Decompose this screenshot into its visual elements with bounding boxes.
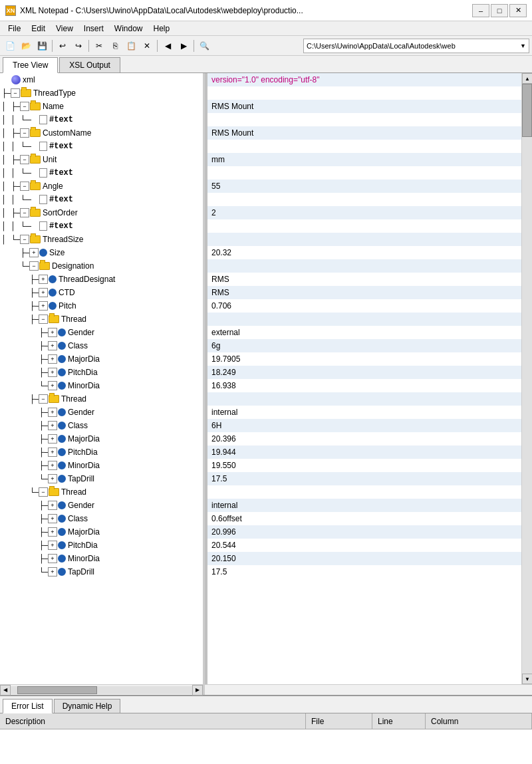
expand-btn[interactable]: + [48, 328, 57, 337]
path-combobox[interactable]: C:\Users\Uwino\AppData\Local\Autodesk\we… [303, 39, 529, 53]
tree-node-threadtype[interactable]: ├─ − ThreadType [0, 86, 203, 100]
expand-btn[interactable]: − [20, 208, 29, 217]
hscroll-thumb[interactable] [17, 686, 97, 694]
expand-btn[interactable]: − [20, 102, 29, 111]
value-row[interactable] [207, 259, 521, 273]
expand-btn[interactable]: + [39, 288, 48, 297]
value-row[interactable]: RMS [207, 273, 521, 286]
tab-dynamic-help[interactable]: Dynamic Help [54, 699, 121, 713]
value-row[interactable]: 6g [207, 339, 521, 352]
value-row[interactable]: 19.550 [207, 459, 521, 472]
tree-node-majordia2[interactable]: ├─ + MajorDia [0, 432, 203, 446]
tree-node-angle[interactable]: │ ├─ − Angle [0, 180, 203, 193]
tree-node-gender1[interactable]: ├─ + Gender [0, 326, 203, 339]
maximize-button[interactable]: □ [491, 4, 508, 17]
tree-node-pitchdia3[interactable]: ├─ + PitchDia [0, 539, 203, 552]
expand-btn[interactable]: + [48, 421, 57, 430]
value-row[interactable]: version="1.0" encoding="utf-8" [207, 73, 521, 86]
tree-node-name[interactable]: │ ├─ − Name [0, 100, 203, 113]
expand-btn[interactable]: − [20, 128, 29, 138]
menu-help[interactable]: Help [148, 23, 176, 35]
vertical-scrollbar[interactable]: ▲ ▼ [521, 73, 532, 684]
expand-btn[interactable]: + [48, 368, 57, 377]
expand-btn[interactable]: − [20, 182, 29, 191]
tree-node-sortorder[interactable]: │ ├─ − SortOrder [0, 206, 203, 219]
expand-btn[interactable]: − [11, 88, 20, 98]
tree-node-pitchdia2[interactable]: ├─ + PitchDia [0, 446, 203, 459]
expand-btn[interactable]: − [20, 235, 29, 244]
value-row[interactable]: 20.32 [207, 246, 521, 259]
menu-edit[interactable]: Edit [26, 23, 51, 35]
tree-node-text-unit[interactable]: │ │ └─ #text [0, 166, 203, 180]
value-row[interactable]: 0.6offset [207, 512, 521, 525]
scroll-track[interactable] [522, 84, 532, 674]
tree-node-text-sortorder[interactable]: │ │ └─ #text [0, 219, 203, 233]
value-row[interactable]: 55 [207, 180, 521, 193]
minimize-button[interactable]: – [472, 4, 489, 17]
expand-btn[interactable]: + [48, 541, 57, 550]
tree-node-tapdrill3[interactable]: └─ + TapDrill [0, 565, 203, 578]
tree-node-majordia1[interactable]: ├─ + MajorDia [0, 352, 203, 366]
expand-btn[interactable]: + [29, 248, 39, 257]
value-row[interactable]: 6H [207, 419, 521, 432]
value-row[interactable]: 2 [207, 206, 521, 219]
expand-btn[interactable]: + [48, 447, 57, 457]
expand-btn[interactable]: + [48, 341, 57, 350]
back-button[interactable]: ◀ [160, 39, 175, 53]
tree-node-pitchdia1[interactable]: ├─ + PitchDia [0, 366, 203, 379]
expand-btn[interactable]: − [39, 315, 48, 324]
value-row[interactable] [207, 392, 521, 406]
value-row[interactable]: 20.150 [207, 552, 521, 565]
expand-btn[interactable]: + [48, 408, 57, 417]
menu-file[interactable]: File [3, 23, 26, 35]
value-row[interactable]: RMS Mount [207, 100, 521, 113]
undo-button[interactable]: ↩ [55, 39, 70, 53]
value-row[interactable]: 18.249 [207, 366, 521, 379]
value-row[interactable]: RMS Mount [207, 126, 521, 140]
value-row[interactable]: 20.544 [207, 539, 521, 552]
value-row[interactable]: internal [207, 406, 521, 419]
open-button[interactable]: 📂 [19, 39, 33, 53]
tree-node-text-angle[interactable]: │ │ └─ #text [0, 193, 203, 206]
close-button[interactable]: ✕ [509, 4, 527, 17]
tree-node-class1[interactable]: ├─ + Class [0, 339, 203, 352]
expand-btn[interactable]: + [48, 501, 57, 510]
scroll-down-button[interactable]: ▼ [522, 674, 532, 684]
value-row[interactable] [207, 193, 521, 206]
expand-btn[interactable]: + [48, 434, 57, 444]
tree-node-class2[interactable]: ├─ + Class [0, 419, 203, 432]
expand-btn[interactable]: − [29, 261, 39, 271]
value-row[interactable]: 19.7905 [207, 352, 521, 366]
expand-btn[interactable]: − [20, 155, 29, 164]
tree-node-xml[interactable]: xml [0, 73, 203, 86]
tree-node-class3[interactable]: ├─ + Class [0, 512, 203, 525]
value-row[interactable]: mm [207, 153, 521, 166]
tree-node-gender2[interactable]: ├─ + Gender [0, 406, 203, 419]
tree-node-pitch[interactable]: ├─ + Pitch [0, 299, 203, 313]
expand-btn[interactable]: + [39, 301, 48, 311]
menu-view[interactable]: View [51, 23, 78, 35]
tree-node-thread2[interactable]: ├─ − Thread [0, 392, 203, 406]
value-row[interactable] [207, 485, 521, 499]
value-row[interactable] [207, 86, 521, 100]
tree-node-minordia2[interactable]: ├─ + MinorDia [0, 459, 203, 472]
value-row[interactable] [207, 140, 521, 153]
expand-btn[interactable]: + [48, 554, 57, 563]
tree-node-majordia3[interactable]: ├─ + MajorDia [0, 525, 203, 539]
tree-node-thread1[interactable]: ├─ − Thread [0, 313, 203, 326]
delete-button[interactable]: ✕ [140, 39, 154, 53]
hscroll-left-button[interactable]: ◀ [0, 685, 11, 696]
tab-tree-view[interactable]: Tree View [3, 57, 58, 73]
tree-node-unit[interactable]: │ ├─ − Unit [0, 153, 203, 166]
forward-button[interactable]: ▶ [176, 39, 191, 53]
tab-xsl-output[interactable]: XSL Output [59, 57, 120, 72]
tree-node-designation[interactable]: └─ − Designation [0, 259, 203, 273]
expand-btn[interactable]: − [39, 487, 48, 497]
tree-node-size[interactable]: ├─ + Size [0, 246, 203, 259]
menu-insert[interactable]: Insert [78, 23, 109, 35]
value-row[interactable]: external [207, 326, 521, 339]
new-button[interactable]: 📄 [3, 39, 17, 53]
tree-node-text-name[interactable]: │ │ └─ #text [0, 113, 203, 126]
value-row[interactable]: 19.944 [207, 446, 521, 459]
value-row[interactable]: RMS [207, 286, 521, 299]
